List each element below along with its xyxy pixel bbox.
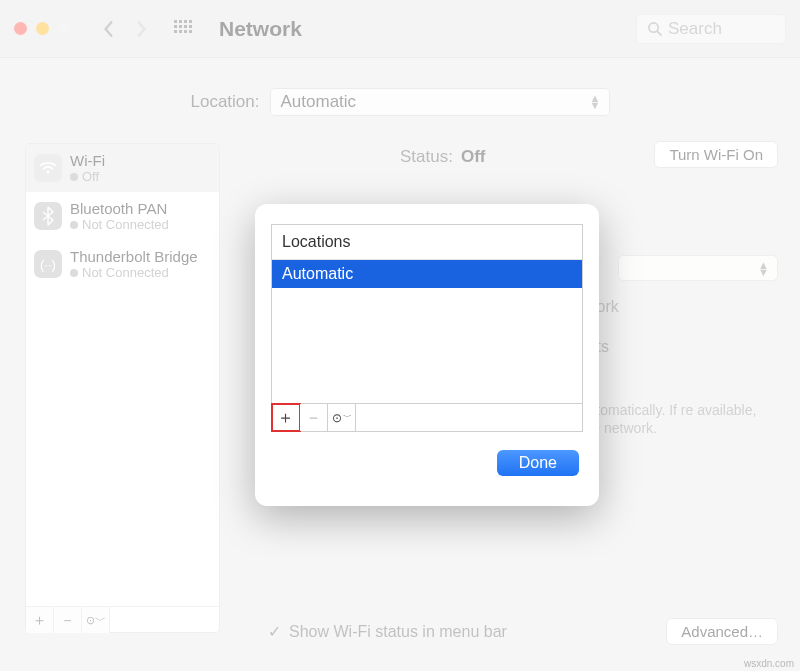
service-actions-button[interactable]: ⊙﹀ — [82, 607, 110, 633]
chevron-right-icon — [134, 20, 148, 38]
bluetooth-icon — [34, 202, 62, 230]
service-status: Off — [82, 169, 99, 184]
chevron-left-icon — [102, 20, 116, 38]
updown-icon: ▲▼ — [758, 262, 769, 276]
svg-rect-2 — [184, 20, 187, 23]
back-button[interactable] — [97, 17, 121, 41]
status-label: Status: — [400, 147, 453, 167]
search-icon — [647, 21, 662, 36]
window-title: Network — [219, 17, 302, 41]
remove-service-button[interactable]: － — [54, 607, 82, 633]
checkmark-icon: ✓ — [268, 622, 281, 641]
chevron-down-icon: ﹀ — [343, 411, 352, 424]
grid-icon — [174, 20, 192, 38]
search-placeholder: Search — [668, 19, 722, 39]
plus-icon: ＋ — [277, 406, 294, 429]
traffic-lights — [14, 22, 71, 35]
svg-point-14 — [46, 170, 49, 173]
service-name: Thunderbolt Bridge — [70, 248, 198, 265]
remove-location-button[interactable]: － — [300, 404, 328, 431]
svg-rect-3 — [189, 20, 192, 23]
svg-rect-6 — [184, 25, 187, 28]
service-status: Not Connected — [82, 265, 169, 280]
search-field[interactable]: Search — [636, 14, 786, 44]
gear-dropdown-icon: ⊙﹀ — [86, 613, 106, 628]
svg-rect-8 — [174, 30, 177, 33]
svg-line-13 — [657, 31, 661, 35]
svg-rect-0 — [174, 20, 177, 23]
locations-list: Locations Automatic — [271, 224, 583, 404]
location-label: Location: — [191, 92, 260, 112]
ellipsis-circle-icon: ⊙ — [332, 411, 342, 425]
svg-rect-4 — [174, 25, 177, 28]
add-service-button[interactable]: ＋ — [26, 607, 54, 633]
network-name-dropdown[interactable]: ▲▼ — [618, 255, 778, 281]
service-status: Not Connected — [82, 217, 169, 232]
svg-rect-5 — [179, 25, 182, 28]
minus-icon: － — [60, 611, 75, 630]
svg-rect-11 — [189, 30, 192, 33]
turn-wifi-on-button[interactable]: Turn Wi-Fi On — [654, 141, 778, 168]
svg-rect-7 — [189, 25, 192, 28]
forward-button[interactable] — [129, 17, 153, 41]
status-dot-icon — [70, 221, 78, 229]
plus-icon: ＋ — [32, 611, 47, 630]
service-item-wifi[interactable]: Wi-Fi Off — [26, 144, 219, 192]
show-all-prefs-button[interactable] — [171, 17, 195, 41]
edit-locations-dialog: Locations Automatic ＋ － ⊙﹀ Done — [255, 204, 599, 506]
advanced-button[interactable]: Advanced… — [666, 618, 778, 645]
service-name: Wi-Fi — [70, 152, 105, 169]
add-location-button[interactable]: ＋ — [272, 404, 300, 431]
minimize-window-button[interactable] — [36, 22, 49, 35]
location-dropdown[interactable]: Automatic ▲▼ — [270, 88, 610, 116]
svg-rect-10 — [184, 30, 187, 33]
svg-rect-9 — [179, 30, 182, 33]
service-item-thunderbolt[interactable]: (··) Thunderbolt Bridge Not Connected — [26, 240, 219, 288]
status-dot-icon — [70, 269, 78, 277]
updown-icon: ▲▼ — [590, 95, 601, 109]
svg-text:(··): (··) — [40, 257, 56, 272]
service-name: Bluetooth PAN — [70, 200, 169, 217]
location-actions-button[interactable]: ⊙﹀ — [328, 404, 356, 431]
svg-rect-1 — [179, 20, 182, 23]
window-toolbar: Network Search — [0, 0, 800, 58]
service-item-bluetooth[interactable]: Bluetooth PAN Not Connected — [26, 192, 219, 240]
close-window-button[interactable] — [14, 22, 27, 35]
locations-header: Locations — [272, 225, 582, 260]
sidebar-toolbar: ＋ － ⊙﹀ — [26, 606, 219, 632]
minus-icon: － — [305, 406, 322, 429]
wifi-icon — [34, 154, 62, 182]
watermark: wsxdn.com — [744, 658, 794, 669]
fullscreen-window-button[interactable] — [58, 22, 71, 35]
done-button[interactable]: Done — [497, 450, 579, 476]
services-sidebar: Wi-Fi Off Bluetooth PAN Not Connected (·… — [25, 143, 220, 633]
status-dot-icon — [70, 173, 78, 181]
location-value: Automatic — [281, 92, 357, 112]
location-list-item[interactable]: Automatic — [272, 260, 582, 288]
menubar-checkbox-label[interactable]: Show Wi-Fi status in menu bar — [289, 623, 507, 641]
locations-toolbar: ＋ － ⊙﹀ — [271, 404, 583, 432]
status-value: Off — [461, 147, 486, 167]
thunderbolt-icon: (··) — [34, 250, 62, 278]
